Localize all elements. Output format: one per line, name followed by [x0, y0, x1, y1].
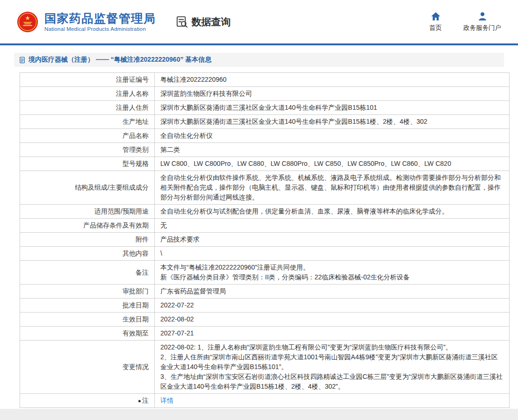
person-icon	[477, 11, 488, 21]
row-value: 深圳市大鹏新区葵涌街道三溪社区金业大道140号生命科学产业园B15栋1楼、2楼、…	[155, 115, 510, 129]
breadcrumb-text: 境内医疗器械（注册） —— “粤械注准20222220960” 基本信息	[29, 56, 211, 64]
row-label: 备注	[20, 261, 155, 285]
data-query-label: 数据查询	[192, 15, 231, 28]
row-value: \	[155, 247, 510, 261]
row-value: 全自动生化分析仪	[155, 129, 510, 143]
row-label: 有效期至	[20, 327, 155, 341]
row-label-text: 注册人住所	[116, 104, 149, 111]
row-label: 审批部门	[20, 285, 155, 299]
row-label-text: 产品储存条件及有效期	[83, 221, 149, 229]
header-divider	[0, 43, 518, 45]
row-label-text: 管理类别	[122, 146, 149, 153]
note-icon: ●	[138, 398, 141, 404]
row-label: 其他内容	[20, 247, 155, 261]
row-label-text: 注册证编号	[116, 76, 149, 83]
row-label: 结构及组成/主要组成成分	[20, 171, 155, 205]
nav-home[interactable]: 首页	[429, 11, 442, 32]
breadcrumb: 境内医疗器械（注册） —— “粤械注准20222220960” 基本信息	[14, 53, 504, 67]
row-value: 全自动生化分析仪由软件操作系统、光学系统、机械系统、液路及电子系统组成。检测动作…	[155, 171, 510, 205]
row-label: 附件	[20, 233, 155, 247]
footer-strip	[0, 409, 518, 420]
row-value: 详情	[155, 394, 510, 408]
row-value: LW C800、LW C800Pro、LW C880、LW C880Pro、LW…	[155, 157, 510, 171]
table-row: 注册人名称深圳蓝韵生物医疗科技有限公司	[20, 87, 510, 101]
nav-portal[interactable]: 政务服务门户	[463, 11, 501, 32]
table-row: 生效日期2022-08-02	[20, 313, 510, 327]
row-label-text: 备注	[136, 269, 149, 276]
home-icon	[431, 11, 441, 21]
row-label-text: 批准日期	[122, 301, 149, 309]
detail-table-body: 注册证编号粤械注准20222220960注册人名称深圳蓝韵生物医疗科技有限公司注…	[20, 73, 510, 408]
row-value: 2027-07-21	[155, 327, 510, 341]
data-query-icon	[176, 15, 188, 28]
row-label-text: 生效日期	[122, 315, 149, 323]
table-row: 审批部门广东省药品监督管理局	[20, 285, 510, 299]
table-row: 注册人住所深圳市大鹏新区葵涌街道三溪社区金业大道140号生命科学产业园B15栋1…	[20, 101, 510, 115]
row-value: 2022-08-02: 1、注册人名称由“深圳蓝韵生物工程有限公司”变更为“深圳…	[155, 341, 510, 394]
row-value: 2022-08-02	[155, 313, 510, 327]
row-label: 产品名称	[20, 129, 155, 143]
page: 国家药品监督管理局 National Medical Products Admi…	[0, 0, 518, 420]
row-label-text: 变更情况	[122, 363, 149, 370]
row-label-text: 有效期至	[122, 329, 149, 337]
row-label: ●注	[20, 394, 155, 408]
national-emblem-logo	[17, 11, 38, 33]
table-row: 有效期至2027-07-21	[20, 327, 510, 341]
row-label: 批准日期	[20, 299, 155, 313]
table-row: 变更情况2022-08-02: 1、注册人名称由“深圳蓝韵生物工程有限公司”变更…	[20, 341, 510, 394]
document-icon	[19, 57, 26, 64]
table-row: 管理类别第二类	[20, 143, 510, 157]
row-label: 适用范围/预期用途	[20, 205, 155, 219]
row-label-text: 审批部门	[122, 287, 149, 295]
row-label: 生效日期	[20, 313, 155, 327]
detail-table: 注册证编号粤械注准20222220960注册人名称深圳蓝韵生物医疗科技有限公司注…	[20, 72, 510, 408]
row-label: 注册人住所	[20, 101, 155, 115]
row-label: 型号规格	[20, 157, 155, 171]
table-row: 备注本文件与“粤械注准20222220960”注册证共同使用。 新《医疗器械分类…	[20, 261, 510, 285]
row-value: 粤械注准20222220960	[155, 73, 510, 87]
table-row: 型号规格LW C800、LW C800Pro、LW C880、LW C880Pr…	[20, 157, 510, 171]
row-label-text: 结构及组成/主要组成成分	[75, 184, 149, 191]
row-label: 生产地址	[20, 115, 155, 129]
agency-name-cn: 国家药品监督管理局	[44, 12, 156, 25]
row-label: 变更情况	[20, 341, 155, 394]
row-value: 本文件与“粤械注准20222220960”注册证共同使用。 新《医疗器械分类目录…	[155, 261, 510, 285]
table-row: 批准日期2022-07-22	[20, 299, 510, 313]
row-label-text: 型号规格	[122, 160, 149, 167]
row-value: 第二类	[155, 143, 510, 157]
table-row: ●注详情	[20, 394, 510, 408]
table-row: 生产地址深圳市大鹏新区葵涌街道三溪社区金业大道140号生命科学产业园B15栋1楼…	[20, 115, 510, 129]
row-label-text: 生产地址	[122, 118, 149, 125]
row-value: 产品技术要求	[155, 233, 510, 247]
row-label: 注册证编号	[20, 73, 155, 87]
data-query-tab[interactable]: 数据查询	[176, 15, 231, 28]
row-label-text: 附件	[136, 235, 149, 243]
table-row: 其他内容\	[20, 247, 510, 261]
row-label-text: 其他内容	[122, 249, 149, 257]
table-row: 附件产品技术要求	[20, 233, 510, 247]
table-row: 注册证编号粤械注准20222220960	[20, 73, 510, 87]
table-row: 结构及组成/主要组成成分全自动生化分析仪由软件操作系统、光学系统、机械系统、液路…	[20, 171, 510, 205]
row-label: 注册人名称	[20, 87, 155, 101]
row-label-text: 注	[142, 397, 149, 404]
nav-portal-label: 政务服务门户	[463, 24, 501, 32]
table-row: 产品储存条件及有效期无	[20, 219, 510, 233]
header-nav: 首页 政务服务门户	[429, 11, 501, 32]
site-header: 国家药品监督管理局 National Medical Products Admi…	[0, 0, 518, 43]
main-content: 境内医疗器械（注册） —— “粤械注准20222220960” 基本信息 注册证…	[0, 53, 518, 408]
detail-link[interactable]: 详情	[160, 397, 173, 404]
table-row: 适用范围/预期用途全自动生化分析仪与试剂配合使用，供定量分析血清、血浆、尿液、脑…	[20, 205, 510, 219]
row-value: 广东省药品监督管理局	[155, 285, 510, 299]
row-label: 产品储存条件及有效期	[20, 219, 155, 233]
row-label-text: 适用范围/预期用途	[94, 207, 149, 215]
row-label-text: 产品名称	[122, 132, 149, 139]
row-value: 深圳蓝韵生物医疗科技有限公司	[155, 87, 510, 101]
table-row: 产品名称全自动生化分析仪	[20, 129, 510, 143]
row-value: 2022-07-22	[155, 299, 510, 313]
row-label-text: 注册人名称	[116, 90, 149, 97]
row-label: 管理类别	[20, 143, 155, 157]
agency-name-en: National Medical Products Administration	[44, 26, 156, 32]
row-value: 深圳市大鹏新区葵涌街道三溪社区金业大道140号生命科学产业园B15栋101	[155, 101, 510, 115]
agency-title-block: 国家药品监督管理局 National Medical Products Admi…	[44, 12, 156, 32]
row-value: 全自动生化分析仪与试剂配合使用，供定量分析血清、血浆、尿液、脑脊液等样本的临床化…	[155, 205, 510, 219]
